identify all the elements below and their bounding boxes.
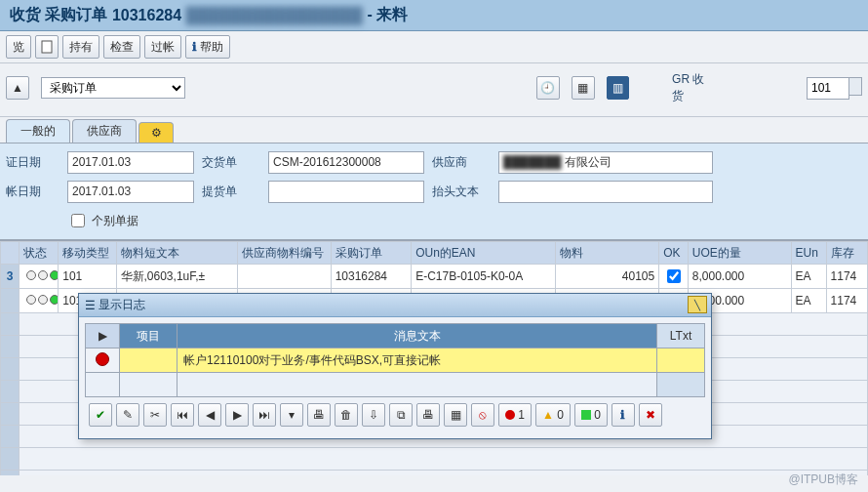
edit-icon-button[interactable]: ✎ (116, 403, 139, 427)
grid-row[interactable]: 3 101 华新,0603,1uF,± 10316284 E-C17B-0105… (1, 265, 868, 289)
status-light-icon (23, 270, 59, 280)
log-col-ltxt[interactable]: LTxt (657, 324, 705, 348)
help-button[interactable]: 帮助 (185, 35, 230, 59)
bol-value[interactable] (268, 181, 424, 203)
log-message-row[interactable]: 帐户12110100对于业务/事件代码BSX,可直接记帐 (86, 348, 705, 373)
post-button[interactable]: 过帐 (144, 35, 181, 59)
ok-checkbox[interactable] (667, 269, 681, 283)
watermark: @ITPUB博客 (788, 472, 858, 488)
headertext-label: 抬头文本 (432, 184, 491, 200)
col-po[interactable]: 采购订单 (331, 242, 412, 265)
cut-icon-button[interactable]: ✂ (143, 403, 167, 427)
post-date-value[interactable]: 2017.01.03 (67, 181, 194, 203)
expand-all-button[interactable]: ▶ (86, 324, 120, 348)
title-blurred-section: ████████████████ (186, 7, 363, 24)
vendor-label: 供应商 (432, 154, 491, 171)
individual-slip-checkbox[interactable] (71, 214, 85, 227)
success-count-button[interactable]: 0 (574, 403, 608, 427)
dialog-toolbar: ✔ ✎ ✂ ⏮ ◀ ▶ ⏭ ▾ 🖶 🗑 ⇩ ⧉ 🖶 ▦ ⦸ 1 ▲ 0 0 ✖ (85, 397, 705, 432)
individual-slip-label: 个别单据 (92, 213, 138, 229)
deliv-note-label: 交货单 (202, 154, 260, 171)
col-short-text[interactable]: 物料短文本 (116, 242, 238, 265)
col-material[interactable]: 物料 (556, 242, 659, 265)
dialog-close-button[interactable]: ╲ (688, 296, 707, 313)
error-count-button[interactable]: 1 (498, 403, 532, 427)
overview-button[interactable]: 览 (6, 35, 31, 59)
list-icon: ☰ (85, 299, 96, 312)
selection-row: ▲ 采购订单 🕘 ▦ ▥ GR 收货 (0, 63, 868, 117)
export-icon-button[interactable]: ⇩ (362, 403, 385, 427)
filter-icon-button[interactable]: ▾ (280, 403, 303, 427)
check-button[interactable]: 检查 (103, 35, 140, 59)
col-ean[interactable]: OUn的EAN (412, 242, 556, 265)
dialog-title-bar: ☰ 显示日志 ╲ (79, 294, 711, 317)
print-icon-button[interactable]: 🖶 (307, 403, 331, 427)
prev-icon-button[interactable]: ◀ (198, 403, 221, 427)
doc-type-select[interactable]: 采购订单 (41, 77, 185, 99)
col-move-type[interactable]: 移动类型 (59, 242, 116, 265)
stop-icon-button[interactable]: ⦸ (471, 403, 494, 427)
movement-type-f4-button[interactable] (849, 77, 862, 96)
first-icon-button[interactable]: ⏮ (171, 403, 194, 427)
next-icon-button[interactable]: ▶ (225, 403, 249, 427)
tab-vendor[interactable]: 供应商 (72, 119, 137, 143)
col-stock[interactable]: 库存 (826, 242, 867, 265)
row-selector[interactable]: 3 (1, 265, 20, 289)
title-suffix: - 来料 (367, 5, 408, 25)
ltxt-button[interactable] (657, 348, 705, 373)
hold-button[interactable]: 持有 (62, 35, 99, 59)
clock-icon-button[interactable]: 🕘 (536, 76, 560, 100)
warning-count-button[interactable]: ▲ 0 (535, 403, 571, 427)
header-form: 证日期 2017.01.03 交货单 CSM-201612300008 供应商 … (0, 144, 868, 240)
trash-icon-button[interactable]: 🗑 (335, 403, 358, 427)
log-table: ▶ 项目 消息文本 LTxt 帐户12110100对于业务/事件代码BSX,可直… (85, 323, 705, 397)
status-light-icon (23, 295, 59, 305)
info-icon (192, 40, 197, 54)
col-eun[interactable]: EUn (791, 242, 826, 265)
col-ok[interactable]: OK (659, 242, 689, 265)
cancel-icon-button[interactable]: ✖ (639, 403, 662, 427)
app-toolbar: 览 持有 检查 过帐 帮助 (0, 31, 868, 63)
post-date-label: 帐日期 (6, 184, 59, 200)
headertext-value[interactable] (498, 181, 713, 203)
copy-icon-button[interactable]: ⧉ (389, 403, 413, 427)
vendor-value: ███████ 有限公司 (498, 151, 713, 174)
col-status[interactable]: 状态 (20, 242, 59, 265)
log-message-text: 帐户12110100对于业务/事件代码BSX,可直接记帐 (178, 348, 657, 373)
info-icon-button[interactable] (612, 403, 635, 427)
grid-icon-button[interactable]: ▦ (572, 76, 595, 100)
grid-icon-button[interactable]: ▦ (444, 403, 467, 427)
tab-strip: 一般的 供应商 ⚙ (0, 117, 868, 144)
dialog-title: 显示日志 (99, 297, 145, 313)
collapse-button[interactable]: ▲ (6, 76, 29, 100)
print2-icon-button[interactable]: 🖶 (416, 403, 440, 427)
layout-icon-button[interactable]: ▥ (607, 76, 630, 100)
col-vendor-mat[interactable]: 供应商物料编号 (238, 242, 331, 265)
gr-label: GR 收货 (672, 71, 716, 104)
window-title-bar: 收货 采购订单 10316284 ████████████████ - 来料 (0, 0, 868, 31)
log-col-item: 项目 (120, 324, 178, 348)
grid-header-row: 状态 移动类型 物料短文本 供应商物料编号 采购订单 OUn的EAN 物料 OK… (1, 242, 868, 265)
col-qty[interactable]: UOE的量 (688, 242, 791, 265)
accept-icon-button[interactable]: ✔ (89, 403, 112, 427)
title-po-number: 10316284 (112, 7, 181, 24)
movement-type-input[interactable] (807, 77, 849, 100)
log-col-msg: 消息文本 (178, 324, 657, 348)
doc-icon-button[interactable] (35, 35, 59, 59)
doc-date-value[interactable]: 2017.01.03 (67, 151, 194, 174)
row-selector[interactable] (1, 289, 20, 313)
tab-general[interactable]: 一般的 (6, 119, 70, 143)
bol-label: 提货单 (202, 184, 260, 200)
title-prefix: 收货 采购订单 (10, 5, 107, 25)
deliv-note-value[interactable]: CSM-201612300008 (268, 151, 424, 174)
svg-rect-0 (42, 41, 52, 53)
error-icon (96, 352, 109, 366)
last-icon-button[interactable]: ⏭ (253, 403, 276, 427)
log-dialog: ☰ 显示日志 ╲ ▶ 项目 消息文本 LTxt 帐户12110100对于业务/事… (78, 293, 712, 439)
doc-date-label: 证日期 (6, 154, 59, 171)
tab-config[interactable]: ⚙ (138, 122, 174, 143)
